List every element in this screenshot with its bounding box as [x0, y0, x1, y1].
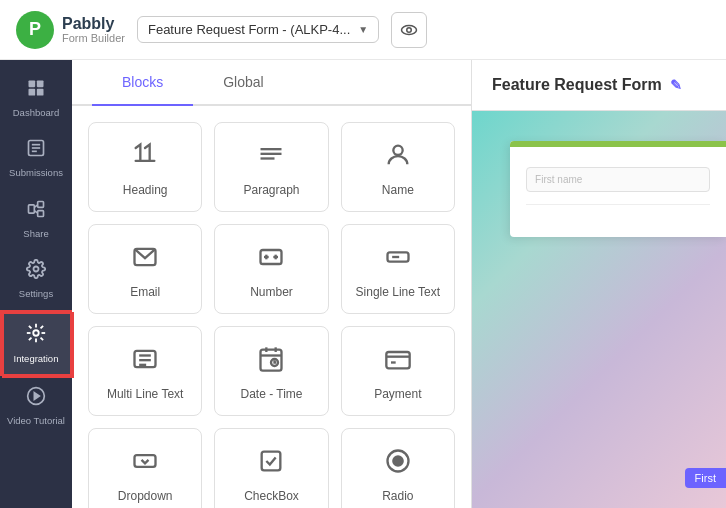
svg-rect-3 [37, 81, 44, 88]
block-multi-line-text-label: Multi Line Text [107, 387, 183, 401]
block-heading[interactable]: Heading [88, 122, 202, 212]
form-selector[interactable]: Feature Request Form - (ALKP-4... ▼ [137, 16, 379, 43]
right-panel-header: Feature Request Form ✎ [472, 60, 726, 111]
payment-icon [384, 345, 412, 379]
brand-sub: Form Builder [62, 32, 125, 44]
svg-rect-12 [38, 210, 44, 216]
svg-point-15 [34, 267, 39, 272]
share-icon [26, 199, 46, 224]
svg-line-24 [41, 325, 44, 328]
sidebar-label-video-tutorial: Video Tutorial [7, 415, 65, 426]
first-name-badge: First [685, 468, 726, 488]
svg-rect-11 [38, 201, 44, 207]
form-preview-input-first: First name [526, 167, 710, 192]
blocks-grid: Heading Paragraph [72, 106, 471, 508]
block-checkbox[interactable]: CheckBox [214, 428, 328, 508]
eye-icon [400, 21, 418, 39]
name-icon [384, 141, 412, 175]
block-checkbox-label: CheckBox [244, 489, 299, 503]
svg-rect-10 [29, 205, 35, 213]
topbar: P Pabbly Form Builder Feature Request Fo… [0, 0, 726, 60]
settings-icon [26, 259, 46, 284]
checkbox-icon [257, 447, 285, 481]
svg-point-0 [402, 25, 417, 34]
svg-rect-52 [262, 452, 281, 471]
form-preview-card: First name [510, 141, 726, 237]
tab-blocks[interactable]: Blocks [92, 60, 193, 104]
sidebar-label-submissions: Submissions [9, 167, 63, 178]
block-number-label: Number [250, 285, 293, 299]
dashboard-icon [26, 78, 46, 103]
sidebar-item-settings[interactable]: Settings [0, 249, 72, 309]
block-dropdown[interactable]: Dropdown [88, 428, 202, 508]
block-radio[interactable]: Radio [341, 428, 455, 508]
block-date-time-label: Date - Time [240, 387, 302, 401]
dropdown-icon [131, 447, 159, 481]
block-email-label: Email [130, 285, 160, 299]
svg-rect-32 [261, 250, 282, 264]
block-name-label: Name [382, 183, 414, 197]
svg-marker-26 [34, 393, 39, 400]
logo-text: Pabbly Form Builder [62, 15, 125, 45]
sidebar-item-video-tutorial[interactable]: Video Tutorial [0, 376, 72, 436]
sidebar-label-share: Share [23, 228, 48, 239]
sidebar-item-submissions[interactable]: Submissions [0, 128, 72, 188]
block-single-line-text[interactable]: Single Line Text [341, 224, 455, 314]
center-panel: Blocks Global Heading [72, 60, 472, 508]
svg-rect-5 [37, 89, 44, 96]
form-preview-field-first: First name [526, 167, 710, 192]
video-tutorial-icon [26, 386, 46, 411]
block-date-time[interactable]: Date - Time [214, 326, 328, 416]
svg-line-19 [29, 325, 32, 328]
sidebar: Dashboard Submissions [0, 60, 72, 508]
email-icon [131, 243, 159, 277]
brand-name: Pabbly [62, 15, 125, 33]
sidebar-label-dashboard: Dashboard [13, 107, 59, 118]
block-number[interactable]: Number [214, 224, 328, 314]
sidebar-label-settings: Settings [19, 288, 53, 299]
preview-button[interactable] [391, 12, 427, 48]
sidebar-item-dashboard[interactable]: Dashboard [0, 68, 72, 128]
block-name[interactable]: Name [341, 122, 455, 212]
block-dropdown-label: Dropdown [118, 489, 173, 503]
tabs-bar: Blocks Global [72, 60, 471, 106]
main-layout: Dashboard Submissions [0, 60, 726, 508]
block-paragraph-label: Paragraph [243, 183, 299, 197]
svg-rect-48 [386, 352, 409, 368]
chevron-down-icon: ▼ [358, 24, 368, 35]
date-time-icon [257, 345, 285, 379]
svg-rect-51 [135, 455, 156, 467]
edit-title-icon[interactable]: ✎ [670, 77, 682, 93]
sidebar-item-integration[interactable]: Integration [0, 310, 72, 376]
logo-icon: P [16, 11, 54, 49]
logo: P Pabbly Form Builder [16, 11, 125, 49]
right-panel: Feature Request Form ✎ First name First [472, 60, 726, 508]
paragraph-icon [257, 141, 285, 175]
block-payment-label: Payment [374, 387, 421, 401]
block-single-line-text-label: Single Line Text [356, 285, 441, 299]
svg-line-20 [41, 337, 44, 340]
block-multi-line-text[interactable]: Multi Line Text [88, 326, 202, 416]
block-paragraph[interactable]: Paragraph [214, 122, 328, 212]
multi-line-text-icon [131, 345, 159, 379]
svg-point-54 [393, 456, 402, 465]
form-title: Feature Request Form [492, 76, 662, 94]
block-radio-label: Radio [382, 489, 413, 503]
integration-icon [25, 322, 47, 349]
heading-icon [131, 141, 159, 175]
sidebar-item-share[interactable]: Share [0, 189, 72, 249]
form-selector-text: Feature Request Form - (ALKP-4... [148, 22, 350, 37]
number-icon [257, 243, 285, 277]
block-heading-label: Heading [123, 183, 168, 197]
block-payment[interactable]: Payment [341, 326, 455, 416]
form-preview-body: First name [510, 147, 726, 237]
svg-point-30 [393, 146, 402, 155]
block-email[interactable]: Email [88, 224, 202, 314]
tab-global[interactable]: Global [193, 60, 293, 104]
form-preview-field-divider [526, 204, 710, 205]
sidebar-label-integration: Integration [14, 353, 59, 364]
form-preview-area: First name First [472, 111, 726, 508]
svg-point-16 [33, 330, 39, 336]
svg-rect-2 [29, 81, 36, 88]
single-line-text-icon [384, 243, 412, 277]
